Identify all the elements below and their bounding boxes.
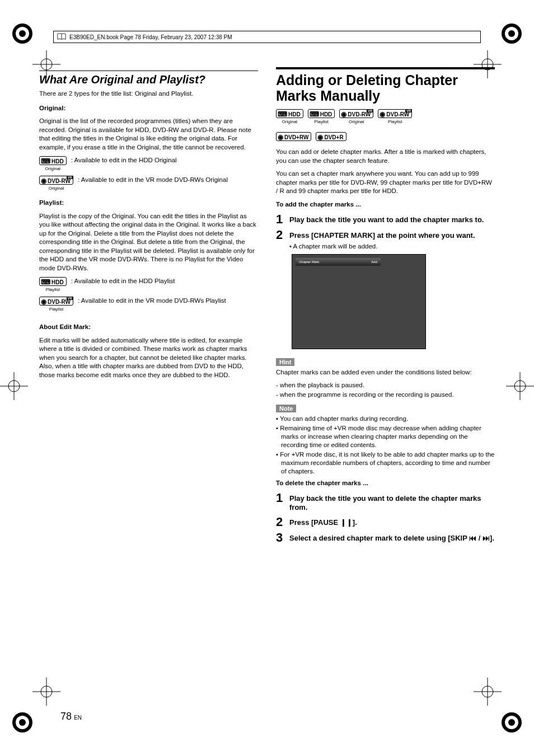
disc-icon-grid: ⌨HDDOriginal ⌨HDDPlaylist ◉DVD-RWVROrigi… xyxy=(276,109,495,142)
crop-mark-icon xyxy=(474,678,502,706)
subheading-add: To add the chapter marks ... xyxy=(276,200,495,209)
registration-mark-icon xyxy=(11,22,34,45)
svg-point-8 xyxy=(19,719,26,726)
list-item: when the programme is recording or the r… xyxy=(276,391,495,399)
disc-icon: ◉DVD-RWVROriginal xyxy=(339,109,373,124)
step-item: 1 Play back the title you want to delete… xyxy=(276,492,495,513)
step-number: 2 xyxy=(276,229,286,241)
crop-mark-icon xyxy=(0,372,28,400)
step-text: Press [CHAPTER MARK] at the point where … xyxy=(289,229,475,251)
step-number: 1 xyxy=(276,492,286,504)
svg-point-2 xyxy=(19,30,26,37)
icon-description: : Available to edit in the HDD Playlist xyxy=(71,277,175,285)
svg-point-11 xyxy=(508,719,515,726)
step-item: 2 Press [PAUSE ❙❙]. xyxy=(276,516,495,528)
step-item: 2 Press [CHAPTER MARK] at the point wher… xyxy=(276,229,495,251)
step-number: 2 xyxy=(276,516,286,528)
subheading-edit-mark: About Edit Mark: xyxy=(39,323,258,332)
list-item: when the playback is paused. xyxy=(276,381,495,389)
list-item: Remaining time of +VR mode disc may decr… xyxy=(276,424,495,449)
section-heading: Adding or Deleting Chapter Marks Manuall… xyxy=(276,73,495,104)
crop-mark-icon xyxy=(32,678,60,706)
disc-icon: ◉DVD-RWVR Original xyxy=(39,176,73,191)
osd-bar: Chapter Mark Add xyxy=(296,258,381,266)
list-item: You can add chapter marks during recordi… xyxy=(276,415,495,423)
step-text: Play back the title you want to delete t… xyxy=(289,492,495,513)
registration-mark-icon xyxy=(500,22,523,45)
osd-label-left: Chapter Mark xyxy=(299,260,319,264)
header-text: E3B90ED_EN.book Page 78 Friday, February… xyxy=(69,34,232,40)
crop-mark-icon xyxy=(506,372,534,400)
step-item: 1 Play back the title you want to add th… xyxy=(276,213,495,226)
framemaker-header: E3B90ED_EN.book Page 78 Friday, February… xyxy=(53,31,481,43)
disc-icon-row: ◉DVD-RWVR Playlist : Available to edit i… xyxy=(39,297,258,312)
subheading-playlist: Playlist: xyxy=(39,199,258,208)
icon-description: : Available to edit in the VR mode DVD-R… xyxy=(78,176,228,184)
body-text: Original is the list of the recorded pro… xyxy=(39,117,258,152)
registration-mark-icon xyxy=(11,711,34,734)
book-icon xyxy=(57,33,66,41)
note-label: Note xyxy=(276,405,296,412)
step-text: Press [PAUSE ❙❙]. xyxy=(289,516,357,527)
crop-mark-icon xyxy=(32,50,60,78)
disc-icon-row: ◉DVD-RWVR Original : Available to edit i… xyxy=(39,176,258,191)
tv-screenshot: Chapter Mark Add xyxy=(292,254,426,349)
body-text: Edit marks will be added automatically w… xyxy=(39,336,258,380)
body-text: You can add or delete chapter marks. Aft… xyxy=(276,148,495,165)
step-item: 3 Select a desired chapter mark to delet… xyxy=(276,532,495,544)
step-text: Select a desired chapter mark to delete … xyxy=(289,532,494,543)
disc-icon: ◉DVD-RWVRPlaylist xyxy=(378,109,412,124)
hint-label: Hint xyxy=(276,358,294,366)
disc-icon: ⌨HDD Original xyxy=(39,156,67,171)
body-text: Playlist is the copy of the Original. Yo… xyxy=(39,212,258,273)
disc-icon: ⌨HDDOriginal xyxy=(276,109,303,124)
subheading-original: Original: xyxy=(39,104,258,113)
disc-icon: ⌨HDDPlaylist xyxy=(308,109,335,124)
step-text: Play back the title you want to add the … xyxy=(289,213,484,224)
page-number: 78EN xyxy=(60,711,82,722)
hint-intro: Chapter marks can be added even under th… xyxy=(276,368,495,377)
disc-icon: ◉DVD+RW xyxy=(276,132,311,141)
svg-point-5 xyxy=(508,30,515,37)
intro-text: There are 2 types for the title list: Or… xyxy=(39,90,258,98)
disc-icon: ◉DVD+R xyxy=(316,132,346,141)
body-text: You can set a chapter mark anywhere you … xyxy=(276,170,495,196)
registration-mark-icon xyxy=(500,711,523,734)
disc-icon: ⌨HDD Playlist xyxy=(39,277,67,292)
right-column: Adding or Deleting Chapter Marks Manuall… xyxy=(276,67,495,547)
disc-icon-row: ⌨HDD Playlist : Available to edit in the… xyxy=(39,277,258,292)
left-column: What Are Original and Playlist? There ar… xyxy=(39,67,258,547)
step-number: 1 xyxy=(276,213,286,226)
hint-list: when the playback is paused. when the pr… xyxy=(276,381,495,399)
icon-description: : Available to edit in the HDD Original xyxy=(71,156,177,165)
crop-mark-icon xyxy=(474,50,502,78)
disc-icon-row: ⌨HDD Original : Available to edit in the… xyxy=(39,156,258,171)
osd-label-right: Add xyxy=(371,260,377,264)
disc-icon: ◉DVD-RWVR Playlist xyxy=(39,297,73,312)
icon-description: : Available to edit in the VR mode DVD-R… xyxy=(78,297,226,305)
subheading-delete: To delete the chapter marks ... xyxy=(276,479,495,488)
note-list: You can add chapter marks during recordi… xyxy=(276,415,495,476)
section-heading: What Are Original and Playlist? xyxy=(39,71,258,90)
document-page: E3B90ED_EN.book Page 78 Friday, February… xyxy=(0,0,534,756)
step-number: 3 xyxy=(276,532,286,544)
list-item: For +VR mode disc, it is not likely to b… xyxy=(276,450,495,476)
